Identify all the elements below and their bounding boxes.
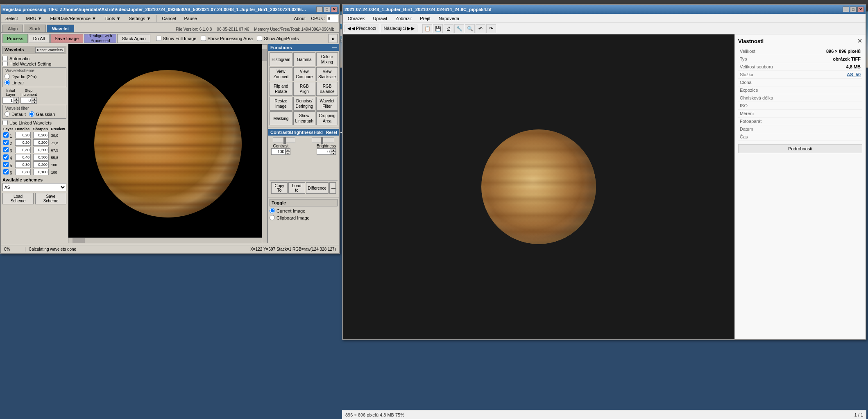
brightness-down[interactable]: ▼ — [331, 152, 336, 155]
function-btn[interactable]: ViewZoomed — [270, 67, 292, 81]
function-btn[interactable]: ViewCompare — [293, 67, 315, 81]
current-image-radio[interactable] — [270, 208, 275, 213]
menu-settings[interactable]: Settings ▼ — [125, 15, 155, 22]
details-btn[interactable]: Podrobnosti — [738, 144, 862, 153]
nav-copy-btn[interactable]: 📋 — [422, 24, 432, 33]
layer-check[interactable] — [3, 132, 9, 138]
tab-align[interactable]: Align — [2, 25, 23, 32]
nav-tools-btn[interactable]: 🔧 — [454, 24, 464, 33]
function-btn[interactable]: ColourMixing — [316, 52, 338, 66]
step-up[interactable]: ▲ — [32, 97, 37, 100]
cpus-input[interactable] — [327, 15, 338, 22]
layer-sharpen-input[interactable] — [33, 139, 49, 146]
tab-stack[interactable]: Stack — [24, 25, 46, 32]
tiff-close-btn[interactable]: ✕ — [857, 7, 864, 12]
layer-denoise-input[interactable] — [15, 169, 31, 175]
registax-close-btn[interactable]: ✕ — [331, 7, 338, 12]
layer-denoise-input[interactable] — [15, 132, 31, 138]
layer-check[interactable] — [3, 154, 9, 160]
layer-denoise-input[interactable] — [15, 154, 31, 161]
save-image-btn[interactable]: Save Image — [50, 34, 84, 43]
function-btn[interactable]: Flip andRotate — [270, 82, 292, 96]
menu-flat-dark[interactable]: Flat/Dark/Reference ▼ — [47, 15, 100, 22]
function-btn[interactable]: ShowLinegraph — [293, 111, 315, 125]
prop-value-folder[interactable]: AS_50 — [847, 72, 861, 77]
use-linked-check[interactable] — [2, 120, 8, 125]
tiff-maximize-btn[interactable]: □ — [850, 7, 857, 12]
horizontal-scrollbar[interactable] — [68, 238, 262, 243]
brightness-up[interactable]: ▲ — [331, 148, 336, 152]
tiff-menu-help[interactable]: Nápověda — [435, 15, 462, 22]
layer-sharpen-input[interactable] — [33, 154, 49, 161]
brightness-input[interactable] — [317, 148, 331, 155]
save-scheme-btn[interactable]: SaveScheme — [35, 193, 66, 204]
nav-save-btn[interactable]: 💾 — [433, 24, 443, 33]
contrast-slider[interactable] — [273, 137, 295, 143]
show-processing-area-check[interactable] — [201, 36, 206, 41]
difference-btn[interactable]: Difference — [306, 182, 329, 194]
use-linked-check-row[interactable]: Use Linked Wavelets — [2, 120, 66, 125]
reset-wavelets-btn[interactable]: Reset Wavelets — [35, 47, 64, 53]
copy-to-btn[interactable]: Copy To — [271, 182, 288, 194]
tiff-minimize-btn[interactable]: _ — [843, 7, 849, 12]
layer-sharpen-input[interactable] — [33, 169, 49, 175]
tiff-menu-edit[interactable]: Upravit — [370, 15, 391, 22]
initial-layer-down[interactable]: ▼ — [14, 100, 19, 104]
function-btn[interactable]: RGBAlign — [293, 82, 315, 96]
initial-layer-up[interactable]: ▲ — [14, 97, 19, 100]
layer-denoise-input[interactable] — [15, 147, 31, 153]
registax-minimize-btn[interactable]: _ — [316, 7, 323, 12]
hold-wavelet-check-row[interactable]: Hold Wavelet Setting — [2, 61, 66, 66]
layer-check[interactable] — [3, 162, 9, 167]
contrast-down[interactable]: ▼ — [286, 152, 290, 155]
stack-again-btn[interactable]: Stack Again — [117, 34, 150, 43]
layer-denoise-input[interactable] — [15, 161, 31, 168]
scroll-thumb-h[interactable] — [73, 238, 85, 243]
gaussian-radio[interactable] — [29, 111, 34, 117]
menu-pause[interactable]: Pause — [181, 15, 201, 22]
contrast-thumb[interactable] — [283, 137, 286, 144]
realign-btn[interactable]: Realign_withProcessed — [84, 34, 116, 43]
registax-maximize-btn[interactable]: □ — [324, 7, 330, 12]
step-down[interactable]: ▼ — [32, 100, 37, 104]
cb-hold-btn[interactable]: Hold — [314, 130, 323, 135]
current-image-radio-row[interactable]: Current Image — [270, 208, 338, 213]
tiff-menu-view[interactable]: Zobrazit — [392, 15, 415, 22]
load-to-btn[interactable]: Load to — [288, 182, 305, 194]
next-btn[interactable]: Následující ▶ ▶ — [381, 25, 417, 32]
clipboard-image-radio-row[interactable]: Clipboard Image — [270, 215, 338, 220]
prev-btn[interactable]: ◀ ◀ Předchozí — [344, 25, 379, 32]
show-full-image-check[interactable] — [156, 36, 161, 41]
function-btn[interactable]: WaveletFilter — [316, 97, 338, 111]
load-scheme-btn[interactable]: LoadScheme — [2, 193, 34, 204]
nav-redo-btn[interactable]: ↷ — [486, 24, 496, 33]
layer-check[interactable] — [3, 140, 9, 145]
do-all-btn[interactable]: Do All — [29, 34, 50, 43]
layer-sharpen-input[interactable] — [33, 161, 49, 168]
schemes-select[interactable]: AS — [2, 183, 66, 191]
clipboard-image-radio[interactable] — [270, 215, 275, 220]
menu-cancel[interactable]: Cancel — [158, 15, 179, 22]
menu-about[interactable]: About — [290, 15, 309, 22]
layer-check[interactable] — [3, 147, 9, 152]
properties-close-btn[interactable]: ✕ — [857, 38, 862, 44]
menu-mru[interactable]: MRU ▼ — [23, 15, 46, 22]
nav-undo-btn[interactable]: ↶ — [476, 24, 485, 33]
layer-sharpen-input[interactable] — [33, 147, 49, 153]
brightness-thumb[interactable] — [321, 137, 323, 144]
show-processing-area-label[interactable]: Show Processing Area — [201, 36, 253, 41]
automatic-check[interactable] — [2, 56, 8, 61]
function-btn[interactable]: CroppingArea — [316, 111, 338, 125]
tiff-menu-image[interactable]: Obrázek — [344, 15, 368, 22]
tab-wavelet[interactable]: Wavelet — [47, 25, 74, 32]
hold-wavelet-check[interactable] — [2, 61, 8, 66]
show-full-image-label[interactable]: Show Full Image — [156, 36, 197, 41]
vertical-scrollbar[interactable] — [262, 44, 267, 243]
brightness-slider[interactable] — [312, 137, 334, 143]
function-btn[interactable]: Denoise/Deringing — [293, 97, 315, 111]
contrast-up[interactable]: ▲ — [286, 148, 290, 152]
default-radio[interactable] — [5, 111, 10, 117]
tiff-menu-go[interactable]: Přejít — [417, 15, 434, 22]
menu-select[interactable]: Select — [2, 15, 22, 22]
action-collapse-btn[interactable]: — — [329, 182, 336, 194]
